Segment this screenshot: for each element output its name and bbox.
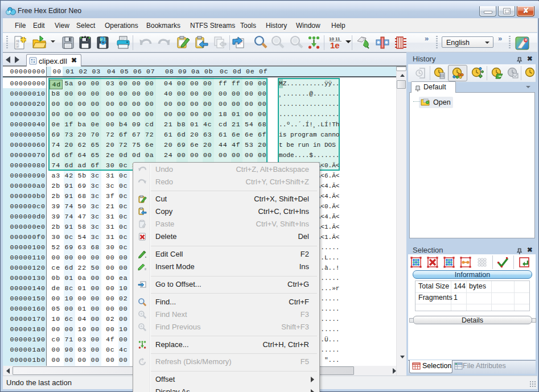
svg-text:9F: 9F: [16, 46, 19, 49]
svg-text:1e: 1e: [330, 40, 340, 50]
